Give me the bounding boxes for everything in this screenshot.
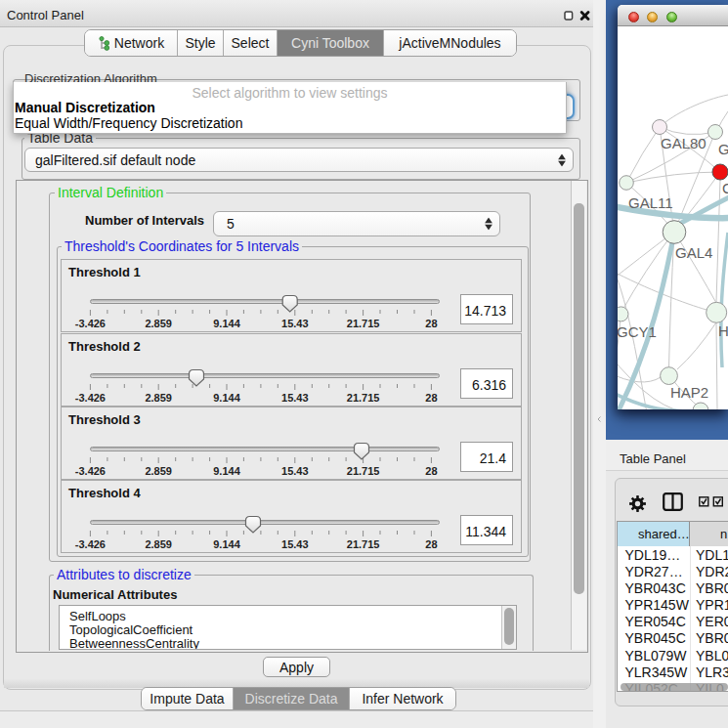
- svg-text:GAL11: GAL11: [628, 194, 673, 211]
- svg-text:GAL80: GAL80: [661, 135, 707, 151]
- svg-text:GA: GA: [718, 141, 728, 157]
- svg-text:C: C: [722, 180, 728, 196]
- svg-text:HAP2: HAP2: [670, 384, 708, 401]
- svg-text:H: H: [718, 322, 728, 339]
- svg-text:GAL4: GAL4: [675, 244, 712, 261]
- svg-text:GCY1: GCY1: [618, 323, 657, 340]
